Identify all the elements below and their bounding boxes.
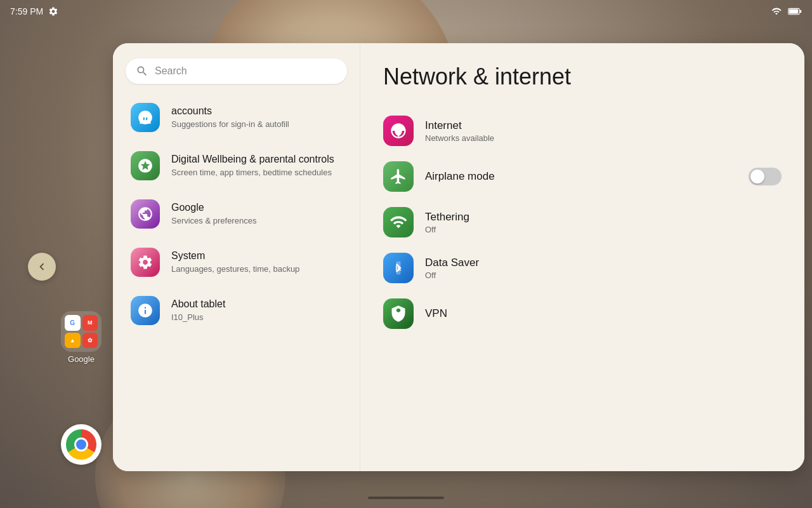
status-bar-right [770,6,802,17]
google-subtitle: Services & preferences [171,216,342,227]
gear-icon [48,6,58,17]
tethering-subtitle: Off [425,225,782,234]
sidebar-item-accounts[interactable]: accounts Suggestions for sign-in & autof… [118,94,355,141]
setting-row-vpn[interactable]: VPN [383,291,782,337]
system-title: System [171,250,342,263]
back-button[interactable] [28,253,56,281]
time-display: 7:59 PM [10,6,43,17]
about-title: About tablet [171,298,342,311]
tethering-title: Tethering [425,211,782,224]
system-subtitle: Languages, gestures, time, backup [171,264,342,275]
settings-sidebar: Search accounts Suggestions for sign-in … [113,43,360,471]
accounts-title: accounts [171,105,342,118]
accounts-subtitle: Suggestions for sign-in & autofill [171,119,342,130]
chrome-center [74,438,88,451]
gmail-app-icon: M [82,315,98,331]
google-app-icon: G [65,315,81,331]
google-apps-folder[interactable]: G M ▲ ✿ Google [61,311,102,364]
sidebar-item-digital-wellbeing[interactable]: Digital Wellbeing & parental controls Sc… [118,142,355,189]
system-icon [131,248,160,277]
page-title: Network & internet [383,64,782,90]
digital-wellbeing-text: Digital Wellbeing & parental controls Sc… [171,153,342,178]
svg-point-3 [143,112,148,117]
search-bar[interactable]: Search [126,58,347,84]
digital-wellbeing-title: Digital Wellbeing & parental controls [171,153,342,166]
airplane-mode-toggle[interactable] [749,168,782,185]
vpn-title: VPN [425,307,782,320]
chrome-ring [66,429,96,460]
bottom-gesture-bar [368,497,444,499]
svg-rect-1 [789,9,798,13]
sidebar-item-about[interactable]: About tablet I10_Plus [118,287,355,334]
google-folder-label: Google [61,354,102,364]
sidebar-item-system[interactable]: System Languages, gestures, time, backup [118,239,355,286]
search-icon [136,65,148,77]
data-saver-title: Data Saver [425,257,782,269]
google-title: Google [171,201,342,215]
setting-row-internet[interactable]: Internet Networks available [383,108,782,154]
setting-row-tethering[interactable]: Tethering Off [383,199,782,245]
chrome-app-icon[interactable] [61,424,102,465]
internet-title: Internet [425,119,782,132]
internet-subtitle: Networks available [425,133,782,143]
svg-rect-2 [800,10,801,13]
drive-app-icon: ▲ [65,333,81,349]
about-subtitle: I10_Plus [171,312,342,323]
data-saver-subtitle: Off [425,271,782,280]
google-text: Google Services & preferences [171,201,342,227]
tethering-icon [383,207,414,237]
sidebar-item-google[interactable]: Google Services & preferences [118,190,355,237]
setting-row-data-saver[interactable]: IL Data Saver Off [383,245,782,291]
vpn-text: VPN [425,307,782,320]
photos-app-icon: ✿ [82,333,98,349]
data-saver-text: Data Saver Off [425,257,782,280]
status-bar-left: 7:59 PM [10,6,58,17]
toggle-thumb [750,170,764,184]
vpn-icon [383,298,414,329]
airplane-mode-title: Airplane mode [425,170,737,183]
digital-wellbeing-subtitle: Screen time, app timers, bedtime schedul… [171,168,342,178]
app-folder-grid: G M ▲ ✿ [61,311,102,352]
system-text: System Languages, gestures, time, backup [171,250,342,275]
about-text: About tablet I10_Plus [171,298,342,323]
airplane-mode-text: Airplane mode [425,170,737,183]
tethering-text: Tethering Off [425,211,782,234]
status-bar: 7:59 PM [0,0,812,23]
internet-text: Internet Networks available [425,119,782,143]
google-settings-icon [131,199,160,229]
accounts-text: accounts Suggestions for sign-in & autof… [171,105,342,130]
chevron-left-icon [35,260,49,274]
about-icon [131,296,160,325]
internet-icon [383,116,414,146]
battery-icon [788,6,802,17]
settings-content: Network & internet Internet Networks ava… [360,43,804,471]
svg-text:IL: IL [395,264,402,272]
accounts-icon [131,103,160,132]
airplane-icon [383,161,414,192]
wifi-icon [770,6,783,17]
data-saver-icon: IL [383,253,414,283]
digital-wellbeing-icon [131,151,160,180]
search-placeholder: Search [155,65,187,77]
setting-row-airplane-mode[interactable]: Airplane mode [383,154,782,199]
settings-panel: Search accounts Suggestions for sign-in … [113,43,804,471]
